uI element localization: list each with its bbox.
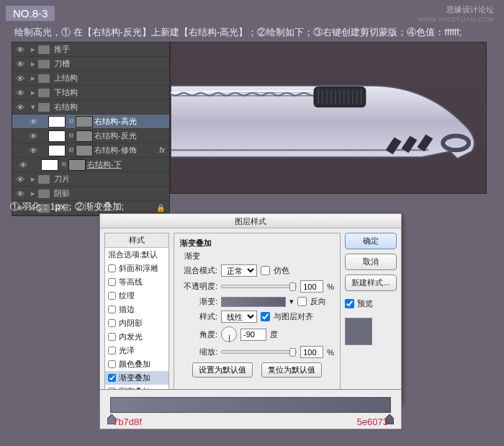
style-checkbox[interactable]	[108, 278, 116, 286]
folder-icon	[38, 103, 50, 112]
opacity-label: 不透明度:	[180, 281, 217, 292]
canvas[interactable]	[170, 42, 487, 194]
style-item[interactable]: 内发光	[105, 330, 168, 344]
knife-illustration	[171, 43, 486, 194]
ok-button[interactable]: 确定	[345, 233, 397, 249]
layers-panel: 👁▸推手 👁▸刀槽 👁▸上结构 👁▸下结构 👁▾右结构 👁⛓右结构-高光 👁⛓右…	[12, 42, 170, 216]
style-item[interactable]: 描边	[105, 303, 168, 316]
visibility-icon[interactable]: 👁	[12, 89, 28, 97]
style-item[interactable]: 纹理	[105, 289, 168, 303]
align-label: 与图层对齐	[274, 311, 313, 322]
layer-row[interactable]: 👁▾右结构	[12, 100, 169, 115]
new-style-button[interactable]: 新建样式...	[345, 275, 397, 291]
layer-row-selected[interactable]: 👁⛓右结构-高光	[12, 115, 169, 129]
style-checkbox[interactable]	[108, 305, 116, 313]
style-item[interactable]: 等高线	[105, 275, 168, 289]
gradient-hex-right: 5e6073	[357, 416, 388, 427]
layer-row[interactable]: 👁▸阴影	[12, 187, 169, 201]
layer-row[interactable]: 👁▸上结构	[12, 71, 169, 86]
scale-slider[interactable]	[221, 350, 297, 354]
scale-input[interactable]	[300, 346, 323, 358]
reverse-checkbox[interactable]	[297, 297, 307, 306]
panel-subtitle: 渐变	[184, 251, 334, 262]
watermark-line1: 思缘设计论坛	[418, 4, 494, 14]
styles-header: 样式	[105, 233, 168, 248]
link-icon: ⛓	[67, 118, 76, 125]
gradient-swatch[interactable]	[221, 297, 286, 307]
instruction-1: 绘制高光，① 在【右结构-反光】上新建【右结构-高光】；②绘制如下；③右键创建剪…	[14, 26, 462, 39]
folder-icon	[38, 45, 50, 54]
blend-mode-select[interactable]: 正常	[221, 264, 257, 277]
visibility-icon[interactable]: 👁	[12, 189, 28, 198]
opacity-slider[interactable]	[221, 285, 297, 288]
visibility-icon[interactable]: 👁	[12, 45, 28, 54]
gradient-overlay-panel: 渐变叠加 渐变 混合模式: 正常 仿色 不透明度: % 渐变: ▾ 反向	[174, 233, 341, 399]
preview-label: 预览	[357, 298, 373, 309]
style-item[interactable]: 光泽	[105, 344, 168, 357]
layer-row[interactable]: 👁⛓右结构-反光	[12, 129, 169, 143]
style-checkbox[interactable]	[108, 374, 116, 382]
scale-label: 缩放:	[180, 347, 217, 357]
cancel-button[interactable]: 取消	[345, 254, 397, 270]
instruction-2: ① 羽化：1px；②渐变叠加;	[10, 200, 124, 213]
set-default-button[interactable]: 设置为默认值	[192, 362, 253, 378]
visibility-icon[interactable]: 👁	[12, 175, 28, 184]
style-checkbox[interactable]	[108, 347, 116, 354]
dialog-buttons: 确定 取消 新建样式... 预览	[345, 233, 397, 399]
style-checkbox[interactable]	[108, 264, 116, 272]
layer-row[interactable]: 👁⛓右结构-下	[12, 158, 169, 172]
preview-swatch	[345, 318, 372, 345]
style-item[interactable]: 内阴影	[105, 316, 168, 330]
style-checkbox[interactable]	[108, 360, 116, 368]
dither-checkbox[interactable]	[261, 266, 270, 275]
panel-group-title: 渐变叠加	[180, 238, 334, 249]
visibility-icon[interactable]: 👁	[12, 103, 28, 112]
lock-icon: 🔒	[156, 204, 165, 212]
visibility-icon[interactable]: 👁	[15, 161, 31, 169]
step-tag: NO.8-3	[6, 6, 55, 21]
reverse-label: 反向	[310, 296, 326, 307]
watermark: 思缘设计论坛 WWW.MISSYUAN.COM	[418, 4, 494, 24]
reset-default-button[interactable]: 复位为默认值	[261, 362, 322, 378]
style-item[interactable]: 混合选项:默认	[105, 248, 168, 262]
folder-icon	[38, 74, 50, 83]
layer-thumb	[48, 116, 66, 128]
layer-row[interactable]: 👁▸推手	[12, 43, 169, 57]
styles-list: 样式 混合选项:默认 斜面和浮雕 等高线 纹理 描边 内阴影 内发光 光泽 颜色…	[104, 233, 169, 399]
gradient-hex-left: 7b7d8f	[113, 416, 142, 427]
visibility-icon[interactable]: 👁	[25, 117, 41, 126]
dither-label: 仿色	[274, 265, 289, 276]
fx-icon[interactable]: fx	[159, 146, 165, 154]
style-item[interactable]: 斜面和浮雕	[105, 262, 168, 275]
visibility-icon[interactable]: 👁	[25, 132, 41, 141]
layer-row[interactable]: 👁▸刀片	[12, 172, 169, 187]
style-label: 样式:	[180, 311, 217, 322]
style-checkbox[interactable]	[108, 319, 116, 327]
visibility-icon[interactable]: 👁	[25, 146, 41, 155]
angle-dial[interactable]	[221, 326, 237, 342]
style-item-selected[interactable]: 渐变叠加	[105, 371, 168, 385]
gradient-editor: 7b7d8f 5e6073	[99, 389, 402, 429]
angle-label: 角度:	[180, 329, 217, 340]
style-checkbox[interactable]	[108, 333, 116, 341]
blend-mode-label: 混合模式:	[180, 265, 217, 276]
opacity-input[interactable]	[300, 280, 323, 293]
visibility-icon[interactable]: 👁	[12, 74, 28, 83]
style-item[interactable]: 颜色叠加	[105, 357, 168, 371]
folder-icon	[38, 89, 50, 97]
layer-row[interactable]: 👁▸下结构	[12, 86, 169, 100]
gradient-track[interactable]	[110, 397, 391, 413]
visibility-icon[interactable]: 👁	[12, 60, 28, 68]
folder-icon	[38, 60, 50, 68]
layer-row[interactable]: 👁▸刀槽	[12, 57, 169, 71]
preview-checkbox[interactable]	[345, 299, 354, 308]
watermark-line2: WWW.MISSYUAN.COM	[418, 14, 494, 24]
layer-style-dialog: 图层样式 样式 混合选项:默认 斜面和浮雕 等高线 纹理 描边 内阴影 内发光 …	[99, 213, 402, 404]
align-checkbox[interactable]	[261, 312, 270, 321]
style-checkbox[interactable]	[108, 292, 116, 300]
dialog-title: 图层样式	[100, 214, 401, 228]
layer-row[interactable]: 👁⛓右结构-修饰fx	[12, 143, 169, 158]
angle-input[interactable]	[240, 329, 266, 341]
gradient-label: 渐变:	[180, 296, 217, 307]
style-select[interactable]: 线性	[221, 311, 257, 323]
